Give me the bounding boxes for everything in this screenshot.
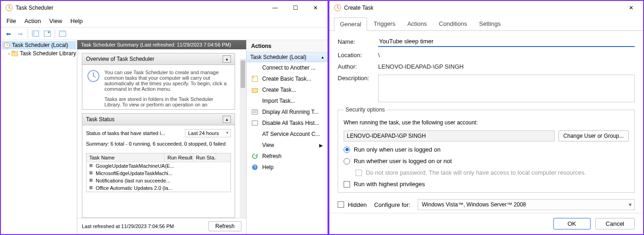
task-status-panel: Task Status ▴ Status of tasks that have … (82, 113, 235, 218)
tab-conditions[interactable]: Conditions (433, 18, 472, 30)
svg-rect-15 (252, 121, 258, 125)
tree-root-label: Task Scheduler (Local) (12, 42, 68, 48)
task-status-title: Task Status (86, 116, 115, 123)
menu-help[interactable]: Help (67, 16, 86, 26)
tab-row: General Triggers Actions Conditions Sett… (329, 15, 643, 31)
table-row[interactable]: ⊞MicrosoftEdgeUpdateTaskMachi... (86, 170, 230, 177)
radio-icon (344, 147, 350, 153)
import-icon (251, 97, 259, 105)
expand-icon[interactable]: ⊞ (89, 185, 94, 191)
menu-file[interactable]: File (3, 16, 20, 26)
action-connect[interactable]: Connect to Another ... (247, 62, 328, 73)
close-button[interactable]: ✕ (621, 1, 641, 14)
change-user-button[interactable]: Change User or Group... (558, 130, 629, 141)
tab-actions[interactable]: Actions (402, 18, 432, 30)
tree-child-label: Task Scheduler Library (20, 50, 76, 57)
action-at-service[interactable]: AT Service Account C... (247, 129, 328, 140)
tree-root[interactable]: Task Scheduler (Local) (2, 41, 76, 49)
toolbar-icon-1[interactable] (30, 29, 41, 39)
action-display-running[interactable]: Display All Running T... (247, 106, 328, 118)
security-options-group: Security options When running the task, … (338, 110, 635, 193)
svg-rect-9 (12, 51, 14, 52)
cancel-button[interactable]: Cancel (595, 218, 635, 229)
forward-button[interactable]: ➡ (15, 29, 26, 39)
close-button[interactable]: ✕ (305, 1, 326, 14)
tree-child[interactable]: › Task Scheduler Library (2, 49, 76, 58)
tab-general[interactable]: General (334, 18, 367, 31)
security-title: Security options (344, 106, 386, 113)
toolbar: ⬅ ➡ (1, 27, 328, 40)
action-view[interactable]: View▶ (247, 140, 328, 151)
tab-settings[interactable]: Settings (474, 18, 506, 30)
folder-icon (12, 51, 18, 56)
menu-action[interactable]: Action (21, 16, 45, 26)
action-create-task[interactable]: Create Task... (247, 84, 328, 95)
submenu-arrow-icon: ▶ (319, 143, 323, 148)
col-task-name[interactable]: Task Name (86, 153, 165, 162)
table-row[interactable]: ⊞GoogleUpdateTaskMachineUA(E... (86, 162, 230, 170)
separator (55, 29, 55, 38)
history-icon (251, 119, 259, 127)
svg-rect-3 (44, 31, 51, 36)
expand-icon[interactable]: ⊞ (89, 178, 94, 183)
action-disable-history[interactable]: Disable All Tasks Hist... (247, 118, 328, 129)
collapse-icon[interactable]: ▴ (322, 55, 324, 59)
titlebar: Create Task ✕ (329, 1, 643, 15)
author-value: LENOVO-IDEAPAD-\GP SINGH (378, 63, 635, 70)
toolbar-icon-2[interactable] (42, 29, 53, 39)
actions-pane: Actions Task Scheduler (Local) ▴ Connect… (247, 40, 328, 234)
help-icon: ? (251, 164, 259, 171)
refresh-button[interactable]: Refresh (208, 221, 242, 231)
svg-rect-2 (32, 31, 34, 36)
svg-rect-14 (252, 110, 258, 114)
name-input[interactable] (378, 36, 635, 47)
refresh-icon (251, 153, 259, 160)
checkbox-hidden[interactable]: Hidden (338, 201, 367, 208)
summary-pane: Task Scheduler Summary (Last refreshed: … (77, 40, 247, 234)
radio-logged-on[interactable]: Run only when user is logged on (344, 146, 629, 153)
app-icon (6, 4, 13, 12)
action-refresh[interactable]: Refresh (247, 151, 328, 162)
back-button[interactable]: ⬅ (3, 29, 14, 39)
task-scheduler-window: Task Scheduler — ☐ ✕ File Action View He… (0, 0, 328, 235)
collapse-button[interactable]: ▴ (223, 55, 231, 63)
checkbox-icon (356, 170, 362, 176)
action-import[interactable]: Import Task... (247, 95, 328, 106)
task-icon (251, 86, 259, 94)
clock-icon (87, 70, 100, 82)
status-summary: Summary: 6 total - 0 running, 6 succeede… (86, 141, 231, 147)
action-help[interactable]: ?Help (247, 162, 328, 173)
tab-triggers[interactable]: Triggers (368, 18, 401, 30)
description-label: Description: (338, 75, 374, 82)
configure-for-combo[interactable]: Windows Vista™, Windows Server™ 2008 (418, 199, 635, 210)
svg-rect-6 (59, 31, 66, 32)
checkbox-icon (344, 181, 350, 188)
col-run-result[interactable]: Run Result (165, 153, 193, 162)
expand-icon[interactable]: › (8, 51, 10, 56)
toolbar-icon-3[interactable] (57, 29, 68, 39)
summary-header: Task Scheduler Summary (Last refreshed: … (77, 40, 246, 49)
ok-button[interactable]: OK (553, 218, 591, 229)
checkbox-icon (338, 201, 344, 208)
checkbox-highest-privileges[interactable]: Run with highest privileges (344, 181, 629, 188)
scrollbar[interactable] (240, 59, 246, 218)
actions-group-title: Task Scheduler (Local) (250, 54, 306, 60)
time-range-combo[interactable]: Last 24 hours (185, 129, 231, 137)
connect-icon (251, 64, 259, 71)
radio-logged-on-or-not[interactable]: Run whether user is logged on or not (344, 158, 629, 164)
expand-icon[interactable]: ⊞ (89, 163, 94, 169)
location-label: Location: (338, 52, 374, 59)
maximize-button[interactable]: ☐ (285, 1, 305, 14)
col-run-start[interactable]: Run Sta... (193, 153, 216, 162)
minimize-button[interactable]: — (265, 1, 285, 14)
table-row[interactable]: ⊞Notifications (last run succeede... (86, 177, 230, 184)
description-input[interactable] (378, 75, 635, 102)
menu-view[interactable]: View (46, 16, 66, 26)
status-label: Status of tasks that have started i... (86, 130, 181, 136)
action-create-basic[interactable]: Create Basic Task... (247, 73, 328, 84)
expand-icon[interactable]: ⊞ (89, 170, 94, 176)
collapse-button[interactable]: ▴ (223, 116, 231, 123)
separator (28, 29, 28, 38)
table-row[interactable]: ⊞Office Automatic Updates 2.0 (la... (86, 184, 230, 192)
radio-icon (344, 158, 350, 164)
